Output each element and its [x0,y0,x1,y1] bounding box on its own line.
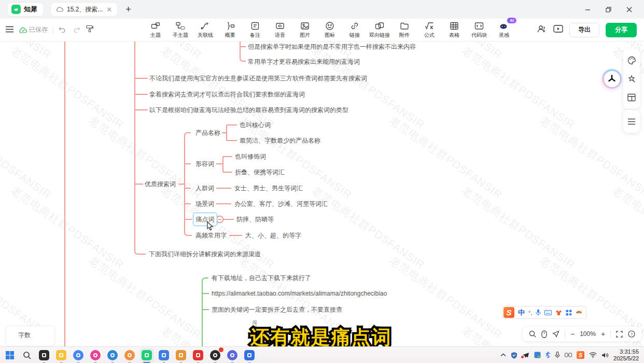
mindmap-node[interactable]: 优质搜索词 [145,180,176,188]
tray-bluetooth-icon[interactable] [545,352,550,358]
toolbar-item-bilink[interactable]: 双向链接 [369,21,390,39]
undo-icon[interactable] [59,25,67,35]
ime-keyboard-icon[interactable] [544,310,552,315]
mindmap-node[interactable]: 拿着搜索词去查词才可以查出符合我们要求数据的蓝海词 [149,91,305,98]
mindmap-node[interactable]: 折叠、便携等词汇 [235,169,285,176]
tray-telegram-icon[interactable] [522,352,529,358]
zoom-level[interactable]: 100% [580,330,596,338]
mindmap-node[interactable]: 里面的关键词一定要拆开之后去查，不要直接查 [212,306,342,313]
fullscreen-icon[interactable] [616,331,623,338]
minimize-button[interactable] [580,3,595,16]
taskbar-app-red-oval-app[interactable] [191,348,205,362]
sogou-logo-icon[interactable]: S [503,307,514,318]
mindmap-node[interactable]: 以下是根据咱们做蓝海玩法经验总结的最容易查到蓝海词的搜索词的类型 [149,106,348,114]
drag-mode-icon[interactable] [541,330,547,338]
mindmap-node[interactable]: 但是搜索单字时如果使用的是不常用字也一样搜索不出来内容 [248,43,416,50]
format-painter-icon[interactable] [86,25,93,35]
toolbar-item-inspire[interactable]: AI灵感 [494,21,514,39]
taskbar-app-zhixi[interactable] [140,348,153,362]
mindmap-node[interactable]: 下面我们详细拆分讲解搜索词的来源渠道 [149,250,261,258]
ime-toolbox-icon[interactable] [566,310,572,316]
toolbar-item-formula[interactable]: 公式 [419,21,440,39]
tray-volume-icon[interactable] [601,352,609,358]
mindmap-node[interactable]: 人群词 [195,185,214,192]
taskbar-app-blue-u-app[interactable] [157,348,171,362]
taskbar-app-black-sphere-app[interactable] [208,348,222,362]
toolbar-item-table[interactable]: 表格 [444,21,465,39]
ime-mic-icon[interactable] [536,309,541,316]
ime-skin-icon[interactable] [555,310,562,316]
taskbar-app-desktop-app[interactable] [37,348,51,362]
zoom-in-button[interactable]: + [601,330,605,338]
tab-close-icon[interactable]: ✕ [106,6,112,13]
toolbar-item-summary[interactable]: 概要 [220,21,241,39]
help-icon[interactable]: ? [628,330,635,338]
tray-chevron-up-icon[interactable] [500,353,506,357]
restore-button[interactable] [600,3,616,16]
share-button[interactable]: 分享 [606,23,637,37]
toolbar-item-link[interactable]: 链接 [344,21,365,39]
theme-palette-icon[interactable] [623,51,640,69]
toolbar-item-emoji[interactable]: 图标 [319,21,340,39]
ime-language-indicator[interactable]: 中 [518,308,525,317]
taskbar-app-start[interactable] [3,348,17,362]
mindmap-node[interactable]: 产品名称 [195,129,220,136]
toolbar-item-code[interactable]: 代码块 [469,21,489,39]
taskbar-app-purple-ring-app[interactable] [226,348,239,362]
tray-wifi-icon[interactable] [589,352,597,358]
mindmap-node[interactable]: 最简洁、字数最少的产品名称 [240,137,320,144]
mindmap-node[interactable]: 也叫核心词 [240,121,271,129]
taskbar-app-edge[interactable] [106,348,119,362]
mindmap-node[interactable]: 大、小、超、的等字 [245,232,301,239]
toolbar-item-relation[interactable]: 关联线 [195,21,216,39]
mindmap-node[interactable]: 也叫修饰词 [235,153,266,160]
mindmap-node[interactable]: 不论我们是使用淘宝官方的生意参谋还是使用第三方软件查词都需要先有搜索词 [149,75,367,82]
toolbar-item-attach[interactable]: 附件 [394,21,415,39]
toolbar-item-theme[interactable]: 主题 [145,21,166,39]
ime-emoji-icon[interactable] [576,310,582,316]
app-home-button[interactable]: 知犀 [7,3,44,16]
new-tab-button[interactable]: + [125,4,131,15]
ime-punctuation-icon[interactable]: °, [528,310,532,316]
redo-icon[interactable] [72,25,80,35]
toolbar-item-note[interactable]: 备注 [245,21,265,39]
tray-microphone-icon[interactable] [555,352,560,358]
document-tab[interactable]: 15.2、搜索... ✕ [51,3,117,16]
mindmap-node[interactable]: https://alimarket.taobao.com/markets/ali… [212,290,387,297]
close-button[interactable] [621,3,637,16]
laser-pointer-icon[interactable] [552,330,559,338]
mindmap-canvas[interactable]: 老范电商社群PDSFANSIR老范电商社群PDSFANSIR老范电商社群PDSF… [0,41,644,346]
tray-clock[interactable]: 3:31:55 2025/5/22 [613,348,639,362]
mindmap-node[interactable]: 女士、男士、男生等词汇 [234,185,303,192]
mindmap-node[interactable]: 防摔、防晒等 [236,216,274,223]
mindmap-node[interactable]: 形容词 [195,160,214,167]
presentation-icon[interactable] [553,25,563,35]
taskbar-app-file-explorer[interactable] [54,348,68,362]
toolbar-item-subtopic[interactable]: 子主题 [170,21,191,39]
toolbar-item-image[interactable]: 图片 [295,21,315,39]
mindmap-node[interactable]: 办公室、客厅、沙滩、河里等词汇 [234,200,328,207]
ai-beautify-wand-icon[interactable] [623,69,640,88]
export-button[interactable]: 导出 [569,23,599,37]
toolbar-item-voice[interactable]: 语音 [270,21,290,39]
taskbar-app-blue-rocket-app[interactable] [243,348,256,362]
taskbar-app-color-wheel-app[interactable] [89,348,102,362]
taskbar-app-orange-circle-app[interactable] [123,348,136,362]
tray-ime-indicator-icon[interactable] [565,352,572,358]
search-icon[interactable] [529,330,536,338]
mindmap-node[interactable]: 场景词 [195,200,214,207]
outline-list-icon[interactable] [623,112,640,131]
mindmap-node[interactable]: 有下载地址，自己去下载下来就行了 [212,274,311,282]
menu-hamburger-icon[interactable] [5,25,14,35]
taskbar-app-search[interactable] [20,348,34,362]
word-count-panel[interactable]: 字数 [5,326,55,346]
tray-sogou-icon[interactable]: S [577,351,584,359]
structure-layout-icon[interactable] [623,88,640,107]
zoom-out-button[interactable]: − [570,330,575,338]
collaborators-icon[interactable] [537,25,547,35]
taskbar-app-chrome[interactable] [72,348,85,362]
taskbar-app-overlap-squares-app[interactable] [174,348,188,362]
mindmap-node[interactable]: 常用单字才更容易搜索出来能用的蓝海词 [248,58,360,65]
ai-assistant-fab[interactable] [602,69,622,89]
tray-security-shield-icon[interactable] [511,352,517,359]
